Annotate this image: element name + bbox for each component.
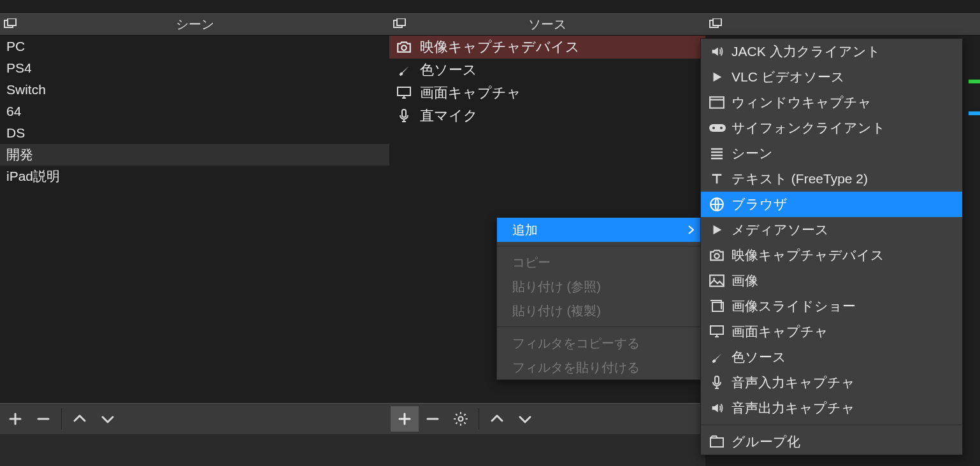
- source-label: 画面キャプチャ: [420, 83, 521, 102]
- context-menu-label: フィルタをコピーする: [512, 335, 640, 352]
- submenu-item[interactable]: ウィンドウキャプチャ: [701, 90, 962, 115]
- scenes-toolbar: [0, 403, 389, 434]
- scene-down-button[interactable]: [94, 406, 122, 432]
- scene-item[interactable]: PC: [0, 36, 389, 57]
- submenu-item[interactable]: VLC ビデオソース: [701, 64, 962, 90]
- separator: [61, 408, 62, 430]
- svg-rect-5: [398, 87, 410, 95]
- brush-icon: [709, 350, 731, 364]
- svg-point-13: [720, 127, 723, 129]
- svg-rect-3: [397, 18, 405, 25]
- submenu-item[interactable]: JACK 入力クライアント: [701, 39, 962, 64]
- slideshow-icon: [709, 299, 731, 313]
- source-item[interactable]: 映像キャプチャデバイス: [389, 36, 705, 59]
- context-menu-label: 貼り付け (複製): [512, 302, 601, 320]
- text-icon: [709, 172, 731, 186]
- source-item[interactable]: 画面キャプチャ: [389, 81, 705, 104]
- submenu-label: テキスト (FreeType 2): [731, 170, 868, 188]
- submenu-label: 色ソース: [731, 348, 786, 366]
- submenu-item[interactable]: 画像スライドショー: [701, 293, 962, 319]
- remove-source-button[interactable]: [419, 406, 447, 432]
- context-menu-item: 貼り付け (参照): [497, 274, 700, 299]
- monitor-icon: [709, 325, 731, 339]
- scene-item[interactable]: 64: [0, 101, 389, 122]
- svg-rect-11: [709, 124, 726, 132]
- add-source-button[interactable]: [391, 406, 419, 432]
- sources-header[interactable]: ソース: [389, 13, 705, 36]
- camera-icon: [396, 40, 420, 54]
- scenes-list[interactable]: PCPS4Switch64DS開発iPad説明: [0, 36, 389, 403]
- submenu-item[interactable]: メディアソース: [701, 217, 962, 243]
- submenu-label: サイフォンクライアント: [731, 119, 886, 137]
- submenu-label: 音声入力キャプチャ: [731, 374, 855, 392]
- context-menu-item: フィルタをコピーする: [497, 331, 700, 355]
- scene-item[interactable]: PS4: [0, 57, 389, 79]
- submenu-item[interactable]: 音声入力キャプチャ: [701, 370, 962, 395]
- context-menu-item[interactable]: 追加: [497, 218, 700, 242]
- svg-point-4: [401, 45, 407, 50]
- submenu-item[interactable]: ブラウザ: [701, 192, 962, 217]
- source-properties-button[interactable]: [447, 406, 475, 432]
- image-icon: [709, 274, 731, 288]
- source-item[interactable]: 直マイク: [389, 104, 705, 127]
- submenu-item[interactable]: 色ソース: [701, 344, 962, 370]
- dock-icon[interactable]: [4, 18, 18, 31]
- sources-toolbar: [389, 403, 705, 434]
- submenu-label: シーン: [731, 145, 773, 162]
- brush-icon: [396, 63, 420, 77]
- bottom-strip: [389, 434, 705, 466]
- source-label: 色ソース: [420, 60, 477, 80]
- context-menu-item: コピー: [497, 250, 700, 274]
- scene-item[interactable]: 開発: [0, 144, 389, 166]
- scenes-header[interactable]: シーン: [0, 13, 389, 36]
- svg-point-15: [714, 253, 719, 258]
- camera-icon: [709, 248, 731, 262]
- submenu-item[interactable]: 映像キャプチャデバイス: [701, 243, 962, 268]
- submenu-item[interactable]: 画面キャプチャ: [701, 319, 962, 344]
- svg-rect-21: [710, 438, 723, 447]
- menu-separator: [701, 425, 962, 425]
- svg-rect-9: [713, 18, 721, 25]
- chevron-right-icon: [688, 225, 694, 234]
- mixer-header[interactable]: [705, 13, 980, 36]
- source-item[interactable]: 色ソース: [389, 59, 705, 81]
- context-menu-label: 追加: [512, 222, 538, 239]
- play-icon: [709, 70, 731, 84]
- remove-scene-button[interactable]: [29, 406, 57, 432]
- svg-rect-16: [710, 275, 724, 286]
- context-menu[interactable]: 追加コピー貼り付け (参照)貼り付け (複製)フィルタをコピーするフィルタを貼り…: [496, 217, 701, 380]
- add-source-submenu[interactable]: JACK 入力クライアントVLC ビデオソースウィンドウキャプチャサイフォンクラ…: [700, 38, 963, 455]
- source-up-button[interactable]: [483, 406, 511, 432]
- menu-separator: [497, 246, 700, 246]
- submenu-item[interactable]: 音声出力キャプチャ: [701, 395, 962, 421]
- separator: [479, 408, 479, 430]
- scene-item[interactable]: DS: [0, 122, 389, 144]
- speaker-icon: [709, 45, 731, 59]
- scene-item[interactable]: Switch: [0, 79, 389, 101]
- add-scene-button[interactable]: [1, 406, 29, 432]
- dock-icon[interactable]: [393, 18, 407, 31]
- svg-rect-10: [710, 97, 724, 108]
- submenu-item[interactable]: サイフォンクライアント: [701, 115, 962, 141]
- scene-item[interactable]: iPad説明: [0, 166, 389, 187]
- gamepad-icon: [709, 122, 731, 134]
- submenu-item[interactable]: シーン: [701, 141, 962, 166]
- submenu-item[interactable]: グループ化: [701, 429, 962, 455]
- submenu-label: 画面キャプチャ: [731, 323, 828, 341]
- mic-icon: [396, 108, 420, 124]
- menu-separator: [497, 327, 700, 327]
- dock-icon[interactable]: [709, 18, 723, 31]
- scene-label: PC: [6, 39, 25, 54]
- sources-title: ソース: [389, 16, 705, 33]
- source-label: 映像キャプチャデバイス: [420, 38, 580, 57]
- source-down-button[interactable]: [511, 406, 539, 432]
- context-menu-item: フィルタを貼り付ける: [497, 355, 700, 379]
- submenu-item[interactable]: 画像: [701, 268, 962, 293]
- submenu-item[interactable]: テキスト (FreeType 2): [701, 166, 962, 192]
- context-menu-label: コピー: [512, 254, 551, 271]
- svg-point-7: [459, 417, 463, 421]
- scene-up-button[interactable]: [66, 406, 94, 432]
- window-icon: [709, 95, 731, 109]
- scene-label: PS4: [6, 60, 32, 76]
- scene-label: 64: [6, 104, 21, 119]
